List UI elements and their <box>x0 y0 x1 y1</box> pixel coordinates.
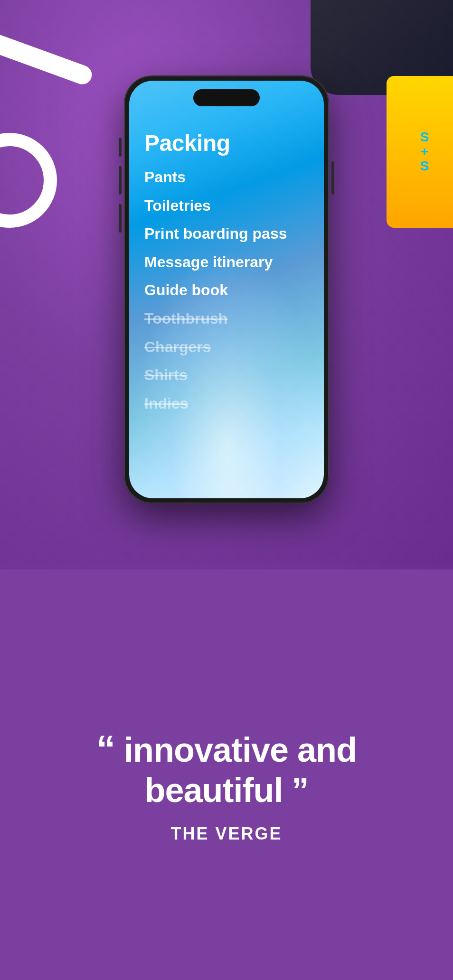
list-item-indies[interactable]: Indies <box>144 394 309 414</box>
phone-notch <box>193 89 260 106</box>
card-line-3: S <box>420 159 429 174</box>
phone-volume-up-button <box>119 166 122 195</box>
list-item-pants[interactable]: Pants <box>144 168 309 187</box>
phone-device: Packing Pants Toiletries Print boarding … <box>124 76 329 503</box>
travel-card-decoration: S + S <box>387 76 453 228</box>
list-item-chargers[interactable]: Chargers <box>144 337 309 357</box>
card-line-1: S <box>420 130 429 145</box>
phone-volume-down-button <box>119 204 122 233</box>
publication-attribution: THE VERGE <box>170 824 282 844</box>
phone-screen: Packing Pants Toiletries Print boarding … <box>129 81 324 498</box>
list-item-toiletries[interactable]: Toiletries <box>144 196 309 216</box>
quote-section: “ innovative and beautiful ” THE VERGE <box>0 591 453 980</box>
close-quote-mark: ” <box>292 771 309 809</box>
list-item-message-itinerary[interactable]: Message itinerary <box>144 252 309 272</box>
open-quote-mark: “ <box>96 728 115 770</box>
list-item-boarding-pass[interactable]: Print boarding pass <box>144 224 309 244</box>
app-title: Packing <box>144 130 309 156</box>
quote-text: “ innovative and beautiful ” <box>96 727 357 810</box>
gradient-transition <box>0 562 453 619</box>
card-line-2: + <box>421 145 428 159</box>
quote-body-line2: beautiful <box>144 771 283 809</box>
list-item-toothbrush[interactable]: Toothbrush <box>144 309 309 329</box>
phone-power-button <box>331 161 334 195</box>
phone-outer-frame: Packing Pants Toiletries Print boarding … <box>124 76 329 503</box>
list-item-shirts[interactable]: Shirts <box>144 365 309 385</box>
quote-body-line1: innovative and <box>124 731 357 769</box>
phone-content: Packing Pants Toiletries Print boarding … <box>129 119 324 433</box>
phone-mute-button <box>119 138 122 157</box>
list-item-guide-book[interactable]: Guide book <box>144 280 309 300</box>
